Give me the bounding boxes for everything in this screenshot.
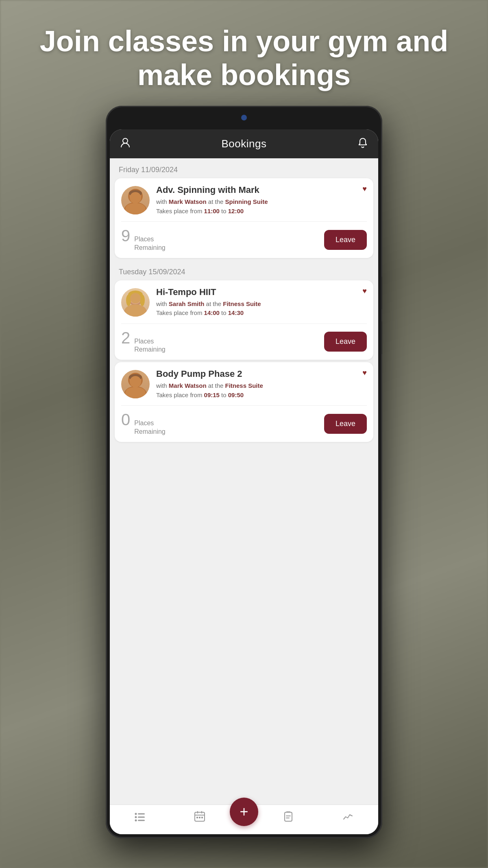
- screen: Bookings Friday 11/09/2024: [110, 129, 378, 834]
- class-detail-body-pump: with Mark Watson at the Fitness Suite Ta…: [156, 381, 367, 400]
- svg-point-15: [135, 813, 137, 815]
- leave-button-2[interactable]: Leave: [324, 332, 367, 352]
- avatar-mark-2: [121, 370, 150, 398]
- svg-rect-22: [196, 817, 198, 818]
- places-info-3: 0 PlacesRemaining: [121, 411, 166, 436]
- hero-title: Join classes in your gym and make bookin…: [0, 24, 488, 92]
- profile-icon[interactable]: [120, 137, 131, 151]
- date-label-1: Friday 11/09/2024: [110, 158, 378, 178]
- card-info-adv-spinning: Adv. Spinning with Mark with Mark Watson…: [156, 185, 367, 216]
- class-detail-hi-tempo: with Sarah Smith at the Fitness Suite Ta…: [156, 300, 367, 318]
- booking-card-body-pump: Body Pump Phase 2 with Mark Watson at th…: [115, 362, 373, 442]
- bottom-nav: +: [110, 805, 378, 834]
- card-top-adv-spinning: Adv. Spinning with Mark with Mark Watson…: [115, 178, 373, 221]
- device-side-button-2: [381, 321, 382, 354]
- places-label-2: PlacesRemaining: [134, 337, 165, 354]
- header-title: Bookings: [222, 138, 267, 150]
- date-label-2: Tuesday 15/09/2024: [110, 260, 378, 280]
- svg-rect-25: [285, 812, 292, 821]
- places-info-1: 9 PlacesRemaining: [121, 227, 166, 252]
- nav-item-clipboard[interactable]: [258, 810, 318, 826]
- svg-point-6: [124, 304, 147, 317]
- card-bottom-hi-tempo: 2 PlacesRemaining Leave: [115, 324, 373, 360]
- card-bottom-body-pump: 0 PlacesRemaining Leave: [115, 406, 373, 442]
- list-icon: [134, 810, 146, 825]
- hero-section: Join classes in your gym and make bookin…: [0, 24, 488, 92]
- class-name-adv-spinning: Adv. Spinning with Mark: [156, 185, 367, 195]
- nav-item-stats[interactable]: [318, 810, 379, 826]
- places-label-3: PlacesRemaining: [134, 419, 165, 436]
- chevron-down-icon-1[interactable]: ♥: [362, 185, 367, 193]
- notification-icon[interactable]: [357, 137, 368, 151]
- leave-button-1[interactable]: Leave: [324, 230, 367, 250]
- calendar-icon: [194, 810, 206, 825]
- svg-point-10: [140, 295, 145, 306]
- svg-point-0: [123, 138, 128, 143]
- plus-icon: +: [240, 805, 248, 819]
- places-label-1: PlacesRemaining: [134, 235, 165, 252]
- class-detail-adv-spinning: with Mark Watson at the Spinning Suite T…: [156, 197, 367, 216]
- nav-item-calendar[interactable]: [170, 810, 230, 826]
- svg-rect-24: [201, 817, 203, 818]
- svg-point-8: [128, 291, 143, 299]
- class-name-body-pump: Body Pump Phase 2: [156, 369, 367, 379]
- places-number-1: 9: [121, 227, 130, 244]
- svg-rect-20: [138, 820, 145, 821]
- avatar-mark-1: [121, 186, 150, 214]
- svg-rect-16: [138, 813, 145, 814]
- clipboard-icon: [282, 810, 294, 825]
- card-top-body-pump: Body Pump Phase 2 with Mark Watson at th…: [115, 362, 373, 405]
- svg-point-14: [129, 374, 142, 380]
- avatar-sarah-1: [121, 288, 150, 317]
- booking-card-adv-spinning: Adv. Spinning with Mark with Mark Watson…: [115, 178, 373, 258]
- card-info-hi-tempo: Hi-Tempo HIIT with Sarah Smith at the Fi…: [156, 287, 367, 318]
- svg-point-4: [129, 190, 142, 197]
- places-number-2: 2: [121, 330, 130, 346]
- stats-icon: [342, 810, 354, 825]
- booking-card-hi-tempo: Hi-Tempo HIIT with Sarah Smith at the Fi…: [115, 280, 373, 360]
- svg-point-12: [124, 386, 147, 398]
- device-camera: [241, 115, 247, 120]
- app-header: Bookings: [110, 129, 378, 158]
- svg-rect-23: [199, 817, 200, 818]
- svg-point-19: [135, 819, 137, 821]
- svg-point-2: [124, 202, 147, 214]
- svg-point-9: [126, 295, 131, 306]
- places-number-3: 0: [121, 411, 130, 428]
- device-side-button-1: [381, 277, 382, 309]
- device-frame: Bookings Friday 11/09/2024: [106, 106, 382, 838]
- nav-item-list[interactable]: [110, 810, 170, 826]
- leave-button-3[interactable]: Leave: [324, 414, 367, 434]
- card-bottom-adv-spinning: 9 PlacesRemaining Leave: [115, 222, 373, 258]
- chevron-down-icon-3[interactable]: ♥: [362, 369, 367, 377]
- card-info-body-pump: Body Pump Phase 2 with Mark Watson at th…: [156, 369, 367, 400]
- class-name-hi-tempo: Hi-Tempo HIIT: [156, 287, 367, 297]
- chevron-down-icon-2[interactable]: ♥: [362, 287, 367, 295]
- card-top-hi-tempo: Hi-Tempo HIIT with Sarah Smith at the Fi…: [115, 280, 373, 324]
- places-info-2: 2 PlacesRemaining: [121, 330, 166, 354]
- svg-point-17: [135, 816, 137, 818]
- add-button[interactable]: +: [230, 798, 258, 826]
- content-area: Friday 11/09/2024 Adv. Spinning with Mar…: [110, 158, 378, 805]
- svg-rect-18: [138, 816, 145, 818]
